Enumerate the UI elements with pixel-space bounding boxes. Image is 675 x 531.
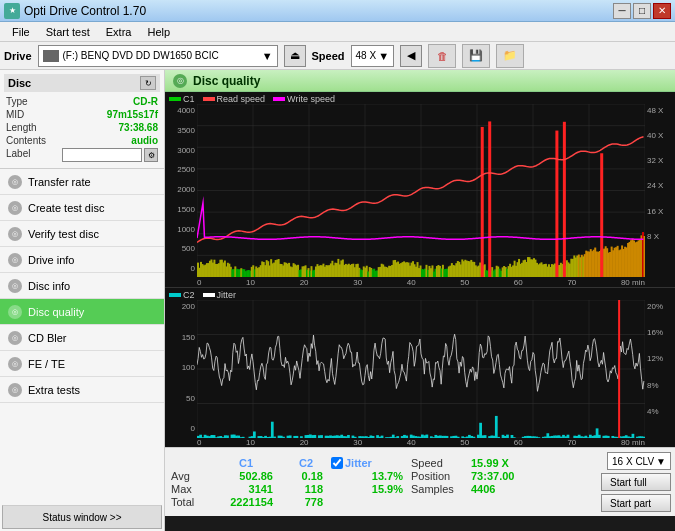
jitter-header: Jitter <box>345 457 372 469</box>
sidebar-item-cd-bler[interactable]: ◎ CD Bler <box>0 325 164 351</box>
c2-legend: C2 <box>183 290 195 300</box>
fe-te-icon: ◎ <box>8 357 22 371</box>
drive-label: Drive <box>4 50 32 62</box>
sidebar-item-disc-quality[interactable]: ◎ Disc quality <box>0 299 164 325</box>
disc-length-value: 73:38.68 <box>119 122 158 133</box>
app-icon: ★ <box>4 3 20 19</box>
disc-title: Disc <box>8 77 31 89</box>
disc-contents-label: Contents <box>6 135 46 146</box>
total-c1: 2221154 <box>211 496 281 508</box>
c1-header: C1 <box>211 457 281 469</box>
disc-type-row: Type CD-R <box>4 96 160 107</box>
menu-extra[interactable]: Extra <box>98 24 140 40</box>
close-button[interactable]: ✕ <box>653 3 671 19</box>
total-label: Total <box>171 496 211 508</box>
speed-label: Speed <box>312 50 345 62</box>
status-window-button[interactable]: Status window >> <box>2 505 162 529</box>
disc-label-input-row: ⚙ <box>62 148 158 162</box>
total-c2: 778 <box>281 496 331 508</box>
disc-label-row: Label ⚙ <box>4 148 160 162</box>
position-stat-label: Position <box>411 470 471 482</box>
cd-bler-icon: ◎ <box>8 331 22 345</box>
jitter-legend: Jitter <box>217 290 237 300</box>
erase-button[interactable]: 🗑 <box>428 44 456 68</box>
drive-selector[interactable]: (F:) BENQ DVD DD DW1650 BCIC ▼ <box>38 45 278 67</box>
clv-value: 16 X CLV <box>612 456 654 467</box>
disc-contents-row: Contents audio <box>4 135 160 146</box>
disc-type-label: Type <box>6 96 28 107</box>
speed-prev-button[interactable]: ◀ <box>400 45 422 67</box>
read-speed-legend: Read speed <box>217 94 266 104</box>
max-c2: 118 <box>281 483 331 495</box>
disc-info-icon: ◎ <box>8 279 22 293</box>
clv-selector[interactable]: 16 X CLV ▼ <box>607 452 671 470</box>
max-c1: 3141 <box>211 483 281 495</box>
disc-mid-value: 97m15s17f <box>107 109 158 120</box>
sidebar-item-transfer-rate[interactable]: ◎ Transfer rate <box>0 169 164 195</box>
sidebar-item-drive-info[interactable]: ◎ Drive info <box>0 247 164 273</box>
nav-cd-bler-label: CD Bler <box>28 332 67 344</box>
jitter-checkbox[interactable] <box>331 457 343 469</box>
sidebar-item-extra-tests[interactable]: ◎ Extra tests <box>0 377 164 403</box>
nav-disc-info-label: Disc info <box>28 280 70 292</box>
menu-bar: File Start test Extra Help <box>0 22 675 42</box>
disc-quality-header-icon: ◎ <box>173 74 187 88</box>
sidebar-item-fe-te[interactable]: ◎ FE / TE <box>0 351 164 377</box>
disc-quality-icon: ◎ <box>8 305 22 319</box>
start-full-button[interactable]: Start full <box>601 473 671 491</box>
disc-refresh-button[interactable]: ↻ <box>140 76 156 90</box>
max-label: Max <box>171 483 211 495</box>
avg-c2: 0.18 <box>281 470 331 482</box>
avg-jitter: 13.7% <box>331 470 411 482</box>
disc-quality-title: Disc quality <box>193 74 260 88</box>
title-bar: ★ Opti Drive Control 1.70 ─ □ ✕ <box>0 0 675 22</box>
create-test-disc-icon: ◎ <box>8 201 22 215</box>
max-jitter: 15.9% <box>331 483 411 495</box>
speed-stat-label: Speed <box>411 457 471 469</box>
content-area: ◎ Disc quality C1 Read speed Write speed <box>165 70 675 531</box>
sidebar-item-disc-info[interactable]: ◎ Disc info <box>0 273 164 299</box>
disc-panel: Disc ↻ Type CD-R MID 97m15s17f Length 73… <box>0 70 164 169</box>
start-part-button[interactable]: Start part <box>601 494 671 512</box>
nav-transfer-rate-label: Transfer rate <box>28 176 91 188</box>
nav-verify-test-disc-label: Verify test disc <box>28 228 99 240</box>
disc-label-input[interactable] <box>62 148 142 162</box>
position-stat-value: 73:37.00 <box>471 470 514 482</box>
bottom-chart: C2 Jitter 200 150 100 50 0 20% 16% 12% <box>165 287 675 447</box>
menu-start-test[interactable]: Start test <box>38 24 98 40</box>
sidebar-item-verify-test-disc[interactable]: ◎ Verify test disc <box>0 221 164 247</box>
write-speed-legend: Write speed <box>287 94 335 104</box>
disc-length-label: Length <box>6 122 37 133</box>
speed-stat-value: 15.99 X <box>471 457 509 469</box>
extra-tests-icon: ◎ <box>8 383 22 397</box>
samples-stat-label: Samples <box>411 483 471 495</box>
avg-c1: 502.86 <box>211 470 281 482</box>
disc-mid-row: MID 97m15s17f <box>4 109 160 120</box>
verify-test-disc-icon: ◎ <box>8 227 22 241</box>
disc-contents-value: audio <box>131 135 158 146</box>
write-button[interactable]: 💾 <box>462 44 490 68</box>
sidebar: Disc ↻ Type CD-R MID 97m15s17f Length 73… <box>0 70 165 531</box>
top-chart: C1 Read speed Write speed 4000 3500 3000… <box>165 92 675 287</box>
eject-button[interactable]: ⏏ <box>284 45 306 67</box>
menu-file[interactable]: File <box>4 24 38 40</box>
disc-label-label: Label <box>6 148 30 162</box>
nav-fe-te-label: FE / TE <box>28 358 65 370</box>
drive-info-icon: ◎ <box>8 253 22 267</box>
c2-header: C2 <box>281 457 331 469</box>
avg-label: Avg <box>171 470 211 482</box>
sidebar-item-create-test-disc[interactable]: ◎ Create test disc <box>0 195 164 221</box>
transfer-rate-icon: ◎ <box>8 175 22 189</box>
nav-items: ◎ Transfer rate ◎ Create test disc ◎ Ver… <box>0 169 164 503</box>
bottom-chart-canvas <box>197 300 645 438</box>
maximize-button[interactable]: □ <box>633 3 651 19</box>
main-layout: Disc ↻ Type CD-R MID 97m15s17f Length 73… <box>0 70 675 531</box>
minimize-button[interactable]: ─ <box>613 3 631 19</box>
disc-quality-header: ◎ Disc quality <box>165 70 675 92</box>
label-gear-button[interactable]: ⚙ <box>144 148 158 162</box>
speed-selector[interactable]: 48 X ▼ <box>351 45 394 67</box>
top-chart-canvas <box>197 104 645 277</box>
save-button[interactable]: 📁 <box>496 44 524 68</box>
menu-help[interactable]: Help <box>139 24 178 40</box>
nav-disc-quality-label: Disc quality <box>28 306 84 318</box>
